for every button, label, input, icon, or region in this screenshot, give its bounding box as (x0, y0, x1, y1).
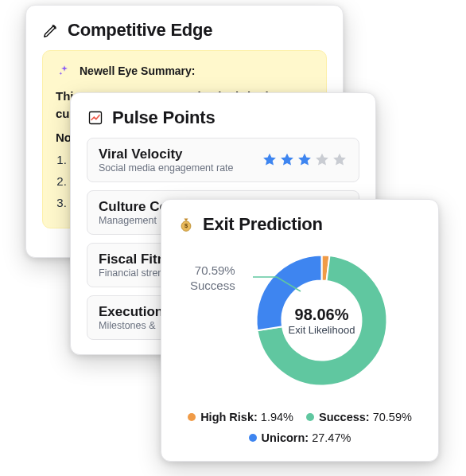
metric-desc: Social media engagement rate (99, 162, 234, 174)
center-label: 98.06% Exit Likelihood (221, 306, 422, 336)
metric-row: Viral VelocitySocial media engagement ra… (87, 138, 359, 182)
metric-desc: Milestones & (99, 320, 163, 331)
legend-value: 1.94% (261, 407, 293, 427)
legend-dot-icon (249, 434, 257, 442)
legend-label: High Risk: (200, 407, 258, 427)
card-title: Pulse Points (87, 107, 359, 128)
metric-name: Execution (99, 304, 163, 320)
legend-item: High Risk: 1.94% (188, 407, 293, 427)
chart-up-icon (87, 109, 104, 127)
metric-name: Viral Velocity (99, 146, 234, 162)
center-pct: 98.06% (221, 306, 422, 324)
star-icon (332, 152, 348, 168)
star-icon (279, 152, 295, 168)
moneybag-icon: $ (177, 216, 195, 233)
pointer-text: Success (190, 279, 235, 294)
donut-chart: 70.59% Success 98.06% Exit Likelihood (177, 244, 422, 396)
pen-icon (42, 21, 60, 39)
summary-title-text: Newell Eye Summary: (80, 64, 196, 77)
star-icon (314, 152, 330, 168)
legend-label: Success: (319, 407, 370, 427)
summary-title: Newell Eye Summary: (56, 62, 313, 80)
exit-prediction-card: $ Exit Prediction 70.59% Success 98.06% … (161, 199, 439, 462)
pointer-label: 70.59% Success (190, 263, 235, 294)
legend-item: Success: 70.59% (306, 407, 412, 427)
legend-value: 27.47% (312, 427, 351, 448)
card-title: $ Exit Prediction (177, 214, 422, 235)
legend: High Risk: 1.94% Success: 70.59% Unicorn… (177, 407, 422, 448)
star-icon (262, 152, 278, 168)
card-title: Competitive Edge (42, 20, 327, 41)
center-text: Exit Likelihood (221, 324, 422, 336)
legend-dot-icon (306, 413, 314, 421)
star-rating (262, 152, 348, 168)
pointer-pct: 70.59% (190, 263, 235, 279)
title-text: Exit Prediction (203, 214, 323, 235)
title-text: Pulse Points (112, 107, 215, 128)
title-text: Competitive Edge (68, 20, 212, 41)
legend-value: 70.59% (373, 407, 412, 427)
star-icon (297, 152, 313, 168)
sparkle-icon (56, 62, 73, 80)
legend-dot-icon (188, 413, 196, 421)
legend-item: Unicorn: 27.47% (249, 427, 351, 448)
legend-label: Unicorn: (262, 427, 309, 448)
leader-line-icon (253, 272, 309, 296)
